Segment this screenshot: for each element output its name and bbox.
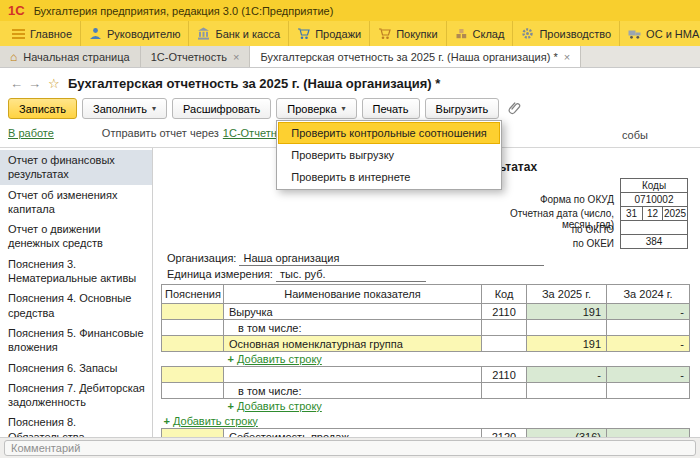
table-row-nomenclature-group: Основная номенклатурная группа 191 - [162, 336, 690, 352]
value-2025-cell[interactable]: (316) [527, 429, 607, 438]
fill-button[interactable]: Заполнить ▾ [82, 98, 167, 119]
sidebar-item-note5[interactable]: Пояснения 5. Финансовые вложения [0, 323, 152, 358]
save-button-label: Записать [19, 103, 66, 115]
sidebar-item-cash-flow[interactable]: Отчет о движении денежных средств [0, 219, 152, 254]
sections-icon [12, 27, 25, 40]
sidebar-item-income-statement[interactable]: Отчет о финансовых результатах [0, 150, 152, 185]
sales-cart-icon [297, 27, 310, 40]
menu-item-check-upload[interactable]: Проверить выгрузку [278, 144, 500, 166]
menu-item-bank-cash[interactable]: Банк и касса [189, 21, 289, 46]
window-titlebar: 1С Бухгалтерия предприятия, редакция 3.0… [0, 0, 700, 21]
menu-item-label: ОС и НМА [646, 28, 699, 40]
tab-home[interactable]: ⌂ Начальная страница [0, 46, 141, 67]
table-row-revenue: Выручка 2110 191 - [162, 304, 690, 320]
value-2024-cell [607, 383, 690, 399]
indicator-name-cell: Себестоимость продаж [224, 429, 482, 438]
check-button-wrap: Проверка ▾ Проверить контрольные соотнош… [276, 98, 356, 119]
sidebar-item-capital-changes[interactable]: Отчет об изменениях капитала [0, 185, 152, 220]
value-2024-cell[interactable]: - [607, 429, 690, 438]
sidebar-item-note8[interactable]: Пояснения 8. Обязательства [0, 412, 152, 437]
add-row-link[interactable]: + Добавить строку [228, 400, 322, 412]
value-2025-cell[interactable]: 191 [527, 336, 607, 352]
menu-item-purchases[interactable]: Покупки [370, 21, 446, 46]
print-button[interactable]: Печать [362, 98, 420, 119]
explain-button[interactable]: Расшифровать [172, 98, 271, 119]
print-button-label: Печать [373, 103, 409, 115]
value-2024-cell[interactable]: - [607, 304, 690, 320]
table-row-cost-of-sales: Себестоимость продаж 2120 (316) - [162, 429, 690, 438]
indicator-name-cell: в том числе: [224, 320, 482, 336]
add-row-link[interactable]: + Добавить строку [228, 353, 322, 365]
date-day: 31 [621, 207, 642, 220]
attachments-button[interactable] [504, 98, 526, 119]
explanation-cell[interactable] [162, 429, 224, 438]
menu-item-warehouse[interactable]: Склад [447, 21, 514, 46]
export-button[interactable]: Выгрузить [425, 98, 500, 119]
tab-accounting-report[interactable]: Бухгалтерская отчетность за 2025 г. (Наш… [250, 46, 581, 67]
menu-item-check-online[interactable]: Проверить в интернете [278, 166, 500, 188]
save-button[interactable]: Записать [8, 98, 77, 119]
truck-icon [628, 27, 641, 40]
status-row: В работе Отправить отчет через 1С-Отчетн… [8, 127, 299, 139]
value-2025-cell[interactable]: - [527, 367, 607, 383]
add-row-link[interactable]: + Добавить строку [164, 415, 258, 427]
menu-item-label: Продажи [315, 28, 361, 40]
menu-item-sales[interactable]: Продажи [289, 21, 370, 46]
add-row-label: Добавить строку [237, 400, 322, 412]
chevron-down-icon: ▾ [342, 104, 346, 113]
menu-item-label: Руководителю [107, 28, 180, 40]
date-month: 12 [642, 207, 662, 220]
menu-item-label: Склад [473, 28, 505, 40]
close-icon[interactable]: × [233, 51, 239, 63]
export-button-label: Выгрузить [436, 103, 489, 115]
unit-value: тыс. руб. [276, 268, 426, 282]
menu-item-main[interactable]: Главное [4, 21, 81, 46]
okei-value-cell: 384 [620, 234, 688, 249]
explanation-cell[interactable] [162, 367, 224, 383]
indicator-name-cell[interactable] [224, 367, 482, 383]
tab-1c-reporting[interactable]: 1С-Отчетность × [141, 46, 251, 67]
sidebar-item-note4[interactable]: Пояснения 4. Основные средства [0, 288, 152, 323]
unit-line: Единица измерения: тыс. руб. [167, 268, 426, 282]
close-icon[interactable]: × [564, 51, 570, 63]
comment-input[interactable]: Комментарий [4, 440, 696, 456]
page-title: Бухгалтерская отчетность за 2025 г. (Наш… [68, 76, 440, 91]
sidebar-item-note3[interactable]: Пояснения 3. Нематериальные активы [0, 254, 152, 289]
main-menu-bar: Главное Руководителю Банк и касса Продаж… [0, 21, 700, 46]
forward-button[interactable]: → [28, 76, 41, 91]
indicator-name-cell: Выручка [224, 304, 482, 320]
menu-item-production[interactable]: Производство [513, 21, 620, 46]
code-cell: 2110 [482, 367, 527, 383]
back-button[interactable]: ← [10, 76, 23, 91]
check-button-label: Проверка [287, 103, 336, 115]
explanation-cell[interactable] [162, 336, 224, 352]
menu-item-fixed-assets[interactable]: ОС и НМА [620, 21, 700, 46]
value-2024-cell[interactable]: - [607, 367, 690, 383]
report-date-cell: 31 12 2025 [620, 206, 688, 221]
bank-icon [197, 27, 210, 40]
paperclip-icon [508, 101, 522, 117]
value-2024-cell[interactable]: - [607, 336, 690, 352]
explanation-cell [162, 320, 224, 336]
value-2025-cell[interactable]: 191 [527, 304, 607, 320]
report-form: Отчет о финансовых результатах Коды 0710… [153, 148, 700, 437]
person-icon [89, 27, 102, 40]
organization-line: Организация: Наша организация [167, 252, 544, 266]
okud-label: Форма по ОКУД [494, 194, 614, 205]
code-cell [482, 336, 527, 352]
status-in-work-link[interactable]: В работе [8, 127, 54, 139]
add-row: + Добавить строку [162, 399, 690, 414]
sidebar-item-note6[interactable]: Пояснения 6. Запасы [0, 358, 152, 378]
menu-item-manager[interactable]: Руководителю [81, 21, 189, 46]
check-dropdown-menu: Проверить контрольные соотношения Провер… [276, 120, 502, 190]
home-icon: ⌂ [10, 50, 17, 64]
favorite-star-icon[interactable]: ☆ [48, 76, 60, 91]
explanation-cell[interactable] [162, 304, 224, 320]
chevron-down-icon: ▾ [152, 104, 156, 113]
sidebar-item-note7[interactable]: Пояснения 7. Дебиторская задолженность [0, 378, 152, 413]
table-header-row: Пояснения Наименование показателя Код За… [162, 285, 690, 304]
menu-item-check-control-ratios[interactable]: Проверить контрольные соотношения [278, 122, 500, 144]
check-button[interactable]: Проверка ▾ [276, 98, 356, 119]
indicator-name-cell[interactable]: Основная номенклатурная группа [224, 336, 482, 352]
table-row-empty-2110: 2110 - - [162, 367, 690, 383]
